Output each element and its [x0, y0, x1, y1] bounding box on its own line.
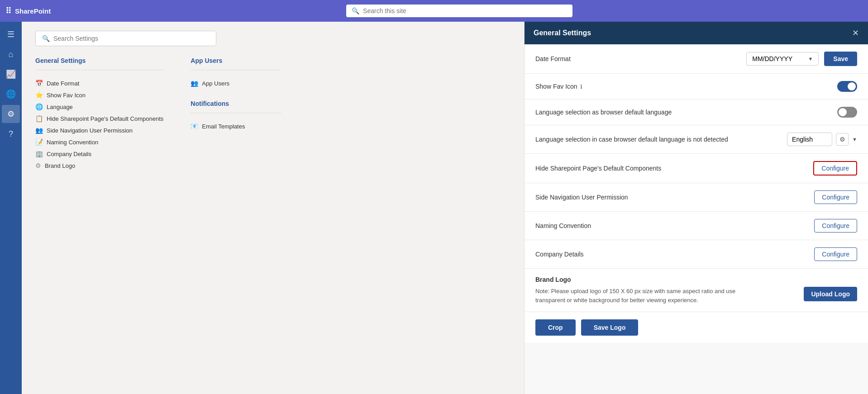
- nav-date-format-label: Date Format: [47, 80, 79, 87]
- app-users-column: App Users 👥 App Users Notifications 📧 Em…: [191, 57, 281, 171]
- hide-sharepoint-row: Hide Sharepoint Page's Default Component…: [525, 154, 868, 183]
- side-nav-permission-row: Side Navigation User Permission Configur…: [525, 183, 868, 212]
- crop-button[interactable]: Crop: [535, 319, 576, 336]
- panel-close-button[interactable]: ✕: [852, 28, 859, 38]
- nav-email-templates-label: Email Templates: [202, 123, 245, 130]
- chevron-down-icon: ▼: [808, 56, 813, 62]
- sidebar-item-globe[interactable]: 🌐: [2, 85, 20, 103]
- nav-language-label: Language: [47, 104, 73, 110]
- logo-actions: Crop Save Logo: [525, 312, 868, 343]
- panel-body: Date Format MM/DD/YYYY ▼ Save Show Fav I…: [525, 44, 868, 394]
- nav-naming-convention[interactable]: 📝 Naming Convention: [35, 136, 163, 148]
- settings-search-input[interactable]: [53, 35, 210, 42]
- nav-company-details[interactable]: 🏢 Company Details: [35, 148, 163, 160]
- save-logo-button[interactable]: Save Logo: [581, 319, 639, 336]
- general-settings-title: General Settings: [35, 57, 163, 64]
- email-icon: 📧: [191, 123, 198, 130]
- users-icon: 👥: [35, 127, 43, 134]
- company-details-label: Company Details: [535, 251, 584, 258]
- naming-convention-row: Naming Convention Configure: [525, 212, 868, 240]
- app-name: SharePoint: [15, 7, 51, 15]
- nav-company-details-label: Company Details: [47, 151, 91, 157]
- panel-header: General Settings ✕: [525, 22, 868, 44]
- nav-app-users-label: App Users: [202, 80, 229, 87]
- settings-search-bar[interactable]: 🔍: [35, 31, 216, 46]
- top-search-input[interactable]: [363, 7, 567, 14]
- language-icon: 🌐: [35, 103, 43, 110]
- date-format-label: Date Format: [535, 55, 571, 62]
- sidebar-item-settings[interactable]: ⚙: [2, 105, 20, 123]
- brand-logo-title: Brand Logo: [535, 276, 857, 283]
- brand-logo-note: Note: Please upload logo of 150 X 60 px …: [535, 287, 762, 304]
- top-bar: ⠿ SharePoint 🔍: [0, 0, 868, 22]
- save-button[interactable]: Save: [824, 52, 857, 66]
- toggle-slider-on: [837, 81, 857, 92]
- info-icon: ℹ: [580, 83, 582, 90]
- users-app-title: App Users: [191, 57, 281, 64]
- hide-sharepoint-configure-button[interactable]: Configure: [813, 161, 857, 176]
- nav-side-nav-permission-label: Side Navigation User Permission: [47, 127, 133, 134]
- brand-logo-body: Note: Please upload logo of 150 X 60 px …: [535, 287, 857, 304]
- show-fav-icon-toggle[interactable]: [837, 81, 857, 92]
- lang-fallback-row: Language selection in case browser defau…: [525, 125, 868, 154]
- lang-select-wrap: English ⚙ ▼: [787, 133, 857, 146]
- sidebar-item-home[interactable]: ⌂: [2, 45, 20, 63]
- settings-area: 🔍 General Settings 📅 Date Format ⭐ Show …: [22, 22, 524, 394]
- right-panel: General Settings ✕ Date Format MM/DD/YYY…: [524, 22, 868, 394]
- sidebar-item-analytics[interactable]: 📈: [2, 65, 20, 83]
- nav-brand-logo-label: Brand Logo: [45, 162, 75, 169]
- nav-brand-logo[interactable]: ⚙ Brand Logo: [35, 160, 163, 171]
- nav-language[interactable]: 🌐 Language: [35, 101, 163, 113]
- hide-sharepoint-label: Hide Sharepoint Page's Default Component…: [535, 165, 661, 172]
- date-format-controls: MM/DD/YYYY ▼ Save: [746, 52, 857, 66]
- nav-date-format[interactable]: 📅 Date Format: [35, 77, 163, 89]
- nav-show-fav-icon[interactable]: ⭐ Show Fav Icon: [35, 89, 163, 101]
- show-fav-icon-label: Show Fav Icon ℹ: [535, 83, 582, 90]
- settings-search-icon: 🔍: [42, 35, 50, 42]
- sidebar-item-menu[interactable]: ☰: [2, 25, 20, 43]
- app-users-icon: 👥: [191, 80, 198, 87]
- brand-logo-section: Brand Logo Note: Please upload logo of 1…: [525, 269, 868, 312]
- lang-gear-button[interactable]: ⚙: [836, 133, 849, 146]
- sidebar: ☰ ⌂ 📈 🌐 ⚙ ?: [0, 22, 22, 394]
- app-logo: ⠿ SharePoint: [5, 6, 51, 16]
- naming-convention-label: Naming Convention: [535, 222, 591, 229]
- search-icon: 🔍: [352, 7, 359, 14]
- company-details-row: Company Details Configure: [525, 240, 868, 269]
- notifications-title: Notifications: [191, 100, 281, 107]
- naming-icon: 📝: [35, 138, 43, 146]
- date-format-row: Date Format MM/DD/YYYY ▼ Save: [525, 44, 868, 74]
- sidebar-item-help[interactable]: ?: [2, 125, 20, 143]
- lang-browser-default-label: Language selection as browser default la…: [535, 109, 672, 116]
- lang-chevron-icon: ▼: [852, 137, 857, 142]
- lang-value: English: [792, 136, 813, 143]
- panel-title: General Settings: [534, 29, 591, 37]
- nav-email-templates[interactable]: 📧 Email Templates: [191, 120, 281, 132]
- general-settings-column: General Settings 📅 Date Format ⭐ Show Fa…: [35, 57, 163, 171]
- top-search-bar[interactable]: 🔍: [346, 5, 572, 17]
- lang-browser-default-toggle[interactable]: [837, 107, 857, 118]
- brand-icon: ⚙: [35, 162, 41, 169]
- show-fav-icon-row: Show Fav Icon ℹ: [525, 74, 868, 100]
- calendar-icon: 📅: [35, 80, 43, 87]
- waffle-icon: ⠿: [5, 6, 11, 16]
- settings-columns: General Settings 📅 Date Format ⭐ Show Fa…: [35, 57, 510, 171]
- nav-naming-convention-label: Naming Convention: [47, 139, 98, 146]
- naming-convention-configure-button[interactable]: Configure: [814, 219, 857, 233]
- nav-app-users[interactable]: 👥 App Users: [191, 77, 281, 89]
- side-nav-configure-button[interactable]: Configure: [814, 190, 857, 204]
- main-layout: ☰ ⌂ 📈 🌐 ⚙ ? 🔍 General Settings 📅 Date Fo…: [0, 22, 868, 394]
- lang-fallback-label: Language selection in case browser defau…: [535, 136, 728, 143]
- date-format-select[interactable]: MM/DD/YYYY ▼: [746, 52, 819, 66]
- upload-logo-button[interactable]: Upload Logo: [804, 287, 857, 301]
- company-details-configure-button[interactable]: Configure: [814, 247, 857, 261]
- toggle-slider-off: [837, 107, 857, 118]
- lang-select[interactable]: English: [787, 133, 832, 146]
- nav-side-nav-permission[interactable]: 👥 Side Navigation User Permission: [35, 124, 163, 136]
- date-format-value: MM/DD/YYYY: [752, 55, 792, 62]
- nav-hide-sharepoint[interactable]: 📋 Hide Sharepoint Page's Default Compone…: [35, 113, 163, 124]
- nav-show-fav-icon-label: Show Fav Icon: [47, 92, 86, 99]
- lang-browser-default-row: Language selection as browser default la…: [525, 100, 868, 125]
- company-icon: 🏢: [35, 150, 43, 157]
- side-nav-permission-label: Side Navigation User Permission: [535, 194, 628, 201]
